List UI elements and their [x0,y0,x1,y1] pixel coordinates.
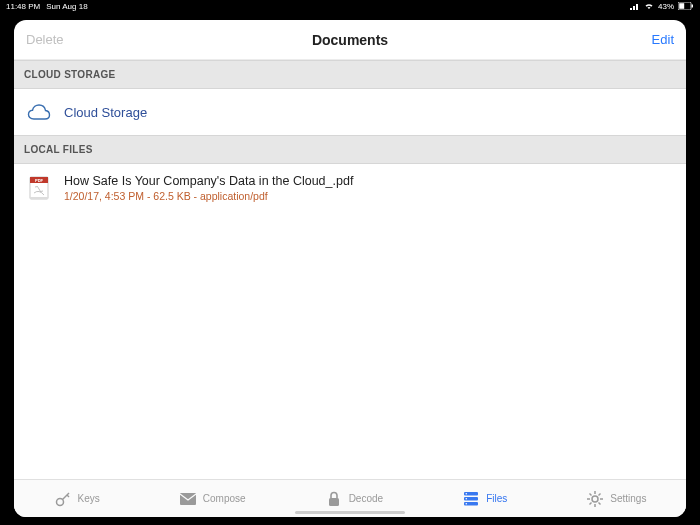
svg-rect-14 [329,498,339,506]
pdf-icon: PDF [26,175,52,201]
signal-icon [630,3,640,10]
status-time: 11:48 PM [6,2,40,11]
file-name: How Safe Is Your Company's Data in the C… [64,174,353,188]
home-indicator[interactable] [295,511,405,514]
key-icon [54,490,72,508]
delete-button[interactable]: Delete [26,32,64,47]
tab-compose[interactable]: Compose [179,490,246,508]
svg-point-18 [466,492,468,494]
file-meta: 1/20/17, 4:53 PM - 62.5 KB - application… [64,190,353,202]
svg-rect-0 [630,8,632,10]
svg-point-10 [56,498,63,505]
svg-rect-4 [679,3,684,9]
envelope-icon [179,490,197,508]
status-bar: 11:48 PM Sun Aug 18 43% [0,0,700,12]
files-icon [462,490,480,508]
svg-rect-1 [633,6,635,10]
tab-files-label: Files [486,493,507,504]
svg-line-26 [590,493,592,495]
wifi-icon [644,2,654,10]
svg-rect-13 [180,493,196,505]
tab-files[interactable]: Files [462,490,507,508]
svg-rect-2 [636,4,638,10]
tab-keys-label: Keys [78,493,100,504]
svg-line-28 [590,502,592,504]
svg-rect-5 [692,5,694,8]
gear-icon [586,490,604,508]
svg-text:PDF: PDF [35,178,44,183]
device-frame: 11:48 PM Sun Aug 18 43% Delete Documents… [0,0,700,525]
nav-bar: Delete Documents Edit [14,20,686,60]
svg-line-27 [599,502,601,504]
svg-rect-9 [30,197,48,199]
tab-decode-label: Decode [349,493,383,504]
page-title: Documents [312,32,388,48]
content-area: CLOUD STORAGE Cloud Storage LOCAL FILES … [14,60,686,479]
svg-point-19 [466,497,468,499]
cloud-storage-row[interactable]: Cloud Storage [14,89,686,135]
battery-icon [678,2,694,10]
cloud-storage-label: Cloud Storage [64,105,147,120]
status-date: Sun Aug 18 [46,2,87,11]
tab-settings[interactable]: Settings [586,490,646,508]
svg-line-29 [599,493,601,495]
cloud-icon [26,99,52,125]
tab-decode[interactable]: Decode [325,490,383,508]
edit-button[interactable]: Edit [652,32,674,47]
svg-point-20 [466,502,468,504]
svg-point-21 [592,496,598,502]
lock-icon [325,490,343,508]
tab-compose-label: Compose [203,493,246,504]
battery-text: 43% [658,2,674,11]
file-row[interactable]: PDF How Safe Is Your Company's Data in t… [14,164,686,212]
app-window: Delete Documents Edit CLOUD STORAGE Clou… [14,20,686,517]
section-header-local: LOCAL FILES [14,135,686,164]
section-header-cloud: CLOUD STORAGE [14,60,686,89]
tab-settings-label: Settings [610,493,646,504]
tab-keys[interactable]: Keys [54,490,100,508]
file-text: How Safe Is Your Company's Data in the C… [64,174,353,202]
svg-line-12 [67,495,69,497]
